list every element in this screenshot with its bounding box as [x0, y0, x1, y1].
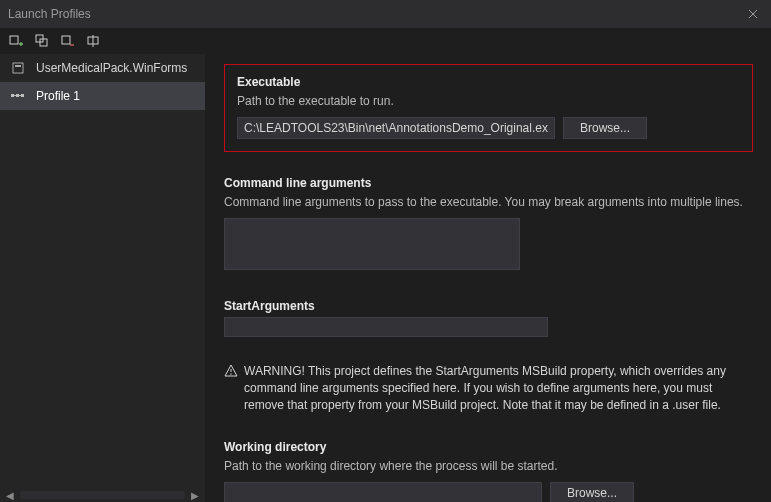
workdir-desc: Path to the working directory where the …	[224, 458, 753, 474]
close-icon	[748, 9, 758, 19]
profiles-list: UserMedicalPack.WinForms Profile 1	[0, 54, 205, 488]
profile-item-label: Profile 1	[36, 89, 80, 103]
svg-rect-8	[16, 94, 19, 97]
duplicate-profile-button[interactable]	[34, 33, 50, 49]
profile-item-label: UserMedicalPack.WinForms	[36, 61, 187, 75]
workdir-title: Working directory	[224, 440, 753, 454]
new-profile-button[interactable]	[8, 33, 24, 49]
startargs-input[interactable]	[224, 317, 548, 337]
close-button[interactable]	[735, 0, 771, 28]
content-panel: Executable Path to the executable to run…	[206, 54, 771, 502]
window-title: Launch Profiles	[8, 7, 91, 21]
svg-rect-0	[10, 36, 18, 44]
cmdline-title: Command line arguments	[224, 176, 753, 190]
svg-rect-5	[13, 63, 23, 73]
profile-item-executable[interactable]: Profile 1	[0, 82, 205, 110]
executable-icon	[10, 88, 26, 104]
warning-section: WARNING! This project defines the StartA…	[224, 363, 753, 413]
svg-rect-6	[15, 65, 21, 67]
titlebar: Launch Profiles	[0, 0, 771, 28]
cmdline-section: Command line arguments Command line argu…	[224, 176, 753, 273]
project-icon	[10, 60, 26, 76]
sidebar: UserMedicalPack.WinForms Profile 1 ◀ ▶	[0, 54, 206, 502]
startargs-title: StartArguments	[224, 299, 753, 313]
executable-browse-button[interactable]: Browse...	[563, 117, 647, 139]
cmdline-desc: Command line arguments to pass to the ex…	[224, 194, 753, 210]
scroll-left-arrow[interactable]: ◀	[4, 489, 16, 501]
executable-title: Executable	[237, 75, 740, 89]
toolbar	[0, 28, 771, 54]
workdir-browse-button[interactable]: Browse...	[550, 482, 634, 502]
warning-message: WARNING! This project defines the StartA…	[244, 363, 753, 413]
profile-item-project[interactable]: UserMedicalPack.WinForms	[0, 54, 205, 82]
executable-desc: Path to the executable to run.	[237, 93, 740, 109]
warning-icon	[224, 364, 238, 378]
workdir-section: Working directory Path to the working di…	[224, 440, 753, 502]
svg-rect-3	[62, 36, 70, 44]
horizontal-scrollbar[interactable]: ◀ ▶	[0, 488, 205, 502]
executable-section: Executable Path to the executable to run…	[224, 64, 753, 152]
scroll-track[interactable]	[20, 491, 185, 499]
workdir-input[interactable]	[224, 482, 542, 502]
startargs-section: StartArguments	[224, 299, 753, 337]
executable-path-input[interactable]	[237, 117, 555, 139]
svg-rect-7	[11, 94, 14, 97]
rename-profile-button[interactable]	[86, 33, 102, 49]
cmdline-input[interactable]	[224, 218, 520, 270]
delete-profile-button[interactable]	[60, 33, 76, 49]
scroll-right-arrow[interactable]: ▶	[189, 489, 201, 501]
svg-rect-9	[21, 94, 24, 97]
svg-point-10	[230, 374, 231, 375]
